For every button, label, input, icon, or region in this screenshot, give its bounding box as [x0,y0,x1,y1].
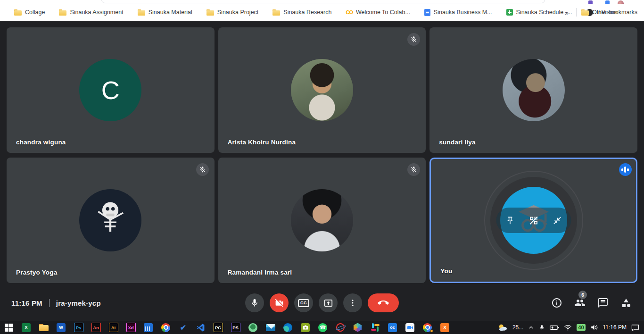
taskbar-orbit-app[interactable] [331,321,349,334]
bookmark-collage[interactable]: Collage [14,9,45,16]
participant-name: Ramandani Irma sari [228,269,292,276]
extension-icon[interactable] [588,0,593,4]
more-options-button[interactable] [343,293,362,312]
taskbar-illustrator[interactable]: Ai [105,321,122,334]
participant-tile-you[interactable]: You [429,158,637,283]
remove-tile-icon[interactable] [528,216,538,225]
edge-icon [283,323,292,332]
taskbar-photoshop[interactable]: Ps [70,321,87,334]
bookmark-label: Collage [25,9,45,16]
chat-button[interactable] [597,297,609,309]
taskbar-whatsapp[interactable]: ☎ [314,321,331,334]
taskbar-file-explorer[interactable] [35,321,52,334]
avatar-photo [79,189,141,251]
windows-taskbar: X W Ps An Ai Xd ✔ PC PS ☎ oc X 25... 4 [0,321,644,334]
pin-icon[interactable] [505,216,514,225]
bookmark-sinauka-business[interactable]: Sinauka Business M... [424,9,492,16]
mic-button[interactable] [245,293,264,312]
vscode-icon [196,323,205,332]
activities-button[interactable] [620,297,632,309]
tray-battery-icon[interactable] [550,325,559,331]
leave-call-button[interactable] [368,293,399,312]
camera-off-button[interactable] [270,293,289,312]
captions-button[interactable]: CC [294,293,313,312]
meeting-info-button[interactable] [551,297,562,309]
extension-icon[interactable] [605,0,610,4]
animate-icon: An [91,323,101,332]
taskbar-slack[interactable] [366,321,384,334]
taskbar-camera-app[interactable] [297,321,314,334]
taskbar-vscode[interactable] [192,321,209,334]
taskbar-check-app[interactable]: ✔ [174,321,192,334]
participant-tile-prastyo[interactable]: Prastyo Yoga [7,158,215,283]
taskbar-adobe-xd[interactable]: Xd [122,321,140,334]
taskbar-mail[interactable] [262,321,279,334]
battery-percent-badge[interactable]: 40 [577,324,585,331]
profile-avatar[interactable] [618,0,624,4]
notification-dot [430,329,433,333]
file-explorer-icon [39,324,49,331]
taskbar-chrome[interactable] [157,321,174,334]
participant-name: Arista Khoiru Nurdina [228,139,296,146]
participant-name: You [440,267,452,275]
minimize-icon[interactable] [553,216,561,225]
bookmark-sinauka-material[interactable]: Sinauka Material [138,9,192,16]
activities-icon [620,297,632,309]
tray-clock[interactable]: 11:16 PM [603,324,627,331]
taskbar-zoom-camera[interactable] [401,321,419,334]
bookmark-sinauka-research[interactable]: Sinauka Research [272,9,331,16]
avatar-photo [291,59,353,121]
taskbar-word[interactable]: W [52,321,70,334]
taskbar-excel[interactable]: X [17,321,35,334]
word-icon: W [57,323,66,332]
taskbar-xampp[interactable]: X [436,321,454,334]
taskbar-phpstorm[interactable]: PS [227,321,244,334]
whatsapp-icon: ☎ [318,323,327,332]
call-controls: CC [245,293,399,312]
taskbar-hexagon-app[interactable] [349,321,366,334]
taskbar-pycharm[interactable]: PC [209,321,227,334]
tray-mic-icon[interactable] [539,324,545,331]
weather-icon [497,323,508,332]
bookmark-label: Sinauka Research [283,9,331,16]
tray-wifi-icon[interactable] [564,325,572,331]
action-center-icon[interactable] [631,324,639,331]
pycharm-icon: PC [214,323,223,332]
hexagon-app-icon [353,323,362,332]
adobe-xd-icon: Xd [126,323,136,332]
bookmarks-overflow-button[interactable]: » [562,8,571,17]
bookmark-sinauka-assignment[interactable]: Sinauka Assignment [59,9,123,16]
participant-tile-sundari[interactable]: sundari liya [429,27,637,153]
chat-icon [597,297,609,309]
bookmark-label: Sinauka Assignment [70,9,123,16]
clock: 11:16 PM [11,299,42,307]
tray-expand-icon[interactable] [528,325,534,331]
folder-icon [59,9,66,16]
weather-temp[interactable]: 25... [512,324,523,331]
present-button[interactable] [319,293,338,312]
taskbar-oc-app[interactable]: oc [384,321,401,334]
start-button[interactable] [0,321,17,334]
taskbar-edge[interactable] [279,321,297,334]
taskbar-animate[interactable]: An [87,321,105,334]
mic-muted-badge [196,163,209,176]
participants-grid: C chandra wiguna Arista Khoiru Nurdina s… [7,27,637,283]
bookmark-label: Sinauka Business M... [434,9,492,16]
participant-tile-chandra-wiguna[interactable]: C chandra wiguna [7,27,215,153]
address-bar-sliver[interactable] [101,0,545,3]
participant-tile-arista[interactable]: Arista Khoiru Nurdina [218,27,426,153]
illustrator-icon: Ai [109,323,118,332]
taskbar-android-emulator[interactable] [244,321,262,334]
participant-tile-ramandani[interactable]: Ramandani Irma sari [218,158,426,283]
meeting-details[interactable]: 11:16 PM jra-ymek-ycp [11,299,101,307]
taskbar-chrome-running[interactable] [419,321,436,334]
participants-button[interactable]: 6 [574,297,586,309]
bookmark-welcome-to-colab[interactable]: COWelcome To Colab... [346,9,410,16]
bookmark-sinauka-project[interactable]: Sinauka Project [206,9,259,16]
tray-volume-icon[interactable] [590,324,598,331]
meeting-code: jra-ymek-ycp [56,299,101,307]
call-end-icon [378,297,389,309]
taskbar-calendar[interactable] [140,321,157,334]
phpstorm-icon: PS [231,323,240,332]
screen: Collage Sinauka Assignment Sinauka Mater… [0,0,644,334]
